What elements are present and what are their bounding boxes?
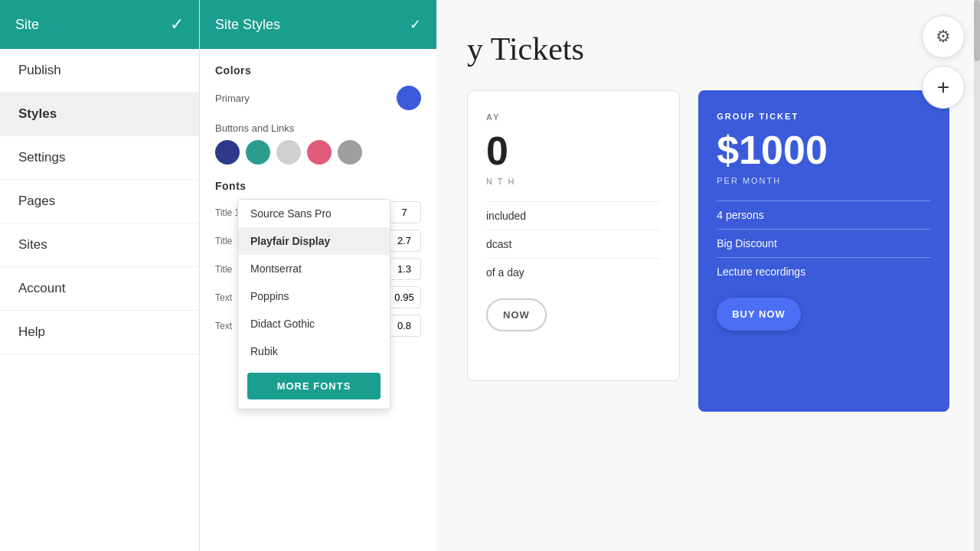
panel-header: Site Styles ✓ <box>200 0 436 49</box>
font-size-text1[interactable]: 0.95 <box>387 286 421 308</box>
buttons-links-label: Buttons and Links <box>215 122 421 134</box>
swatch-navy[interactable] <box>215 140 240 165</box>
sidebar-item-sites[interactable]: Sites <box>0 223 199 267</box>
primary-label: Primary <box>215 93 250 104</box>
swatch-teal[interactable] <box>246 140 270 165</box>
font-option-playfair-display[interactable]: Playfair Display <box>238 227 390 255</box>
color-swatches <box>215 140 421 165</box>
sidebar-item-account[interactable]: Account <box>0 267 199 311</box>
sidebar-item-pages[interactable]: Pages <box>0 180 199 223</box>
font-option-rubik[interactable]: Rubik <box>238 337 390 365</box>
ticket-day-feature-3: of a day <box>486 258 661 286</box>
font-size-title2[interactable]: 2.7 <box>387 230 421 252</box>
font-dropdown: Source Sans Pro Playfair Display Montser… <box>237 199 390 409</box>
ticket-card-day: AY 0 N T H included dcast of a day <box>467 90 680 381</box>
sidebar-item-publish[interactable]: Publish <box>0 49 199 93</box>
group-feature-2: Big Discount <box>717 229 931 257</box>
group-buy-button[interactable]: BUY NOW <box>717 298 801 331</box>
tickets-area: AY 0 N T H included dcast of a day <box>467 90 949 412</box>
sidebar-nav: Publish Styles Settings Pages Sites Acco… <box>0 49 199 354</box>
primary-color-row: Primary <box>215 86 421 110</box>
panel-title: Site Styles <box>215 17 280 33</box>
colors-section-title: Colors <box>215 64 421 77</box>
font-option-poppins[interactable]: Poppins <box>238 282 390 310</box>
sidebar-item-settings[interactable]: Settings <box>0 136 199 180</box>
group-feature-1: 4 persons <box>717 201 931 229</box>
ticket-day-features: included dcast of a day <box>486 201 661 286</box>
ticket-day-feature-2: dcast <box>486 230 661 258</box>
ticket-day-label: AY <box>486 112 661 122</box>
ticket-day-feature-1: included <box>486 201 661 230</box>
scrollbar[interactable] <box>974 0 980 551</box>
more-fonts-button[interactable]: MORE FONTS <box>247 373 381 399</box>
plus-button[interactable]: + <box>922 66 965 109</box>
font-size-text2[interactable]: 0.8 <box>387 315 421 337</box>
sidebar-header: Site ✓ <box>0 0 199 49</box>
swatch-light-gray[interactable] <box>276 140 301 165</box>
font-option-montserrat[interactable]: Montserrat <box>238 255 390 282</box>
group-ticket-price: $1000 <box>717 127 931 173</box>
main-content: y Tickets AY 0 N T H included <box>436 0 980 551</box>
font-option-didact-gothic[interactable]: Didact Gothic <box>238 310 390 337</box>
group-ticket-label: GROUP TICKET <box>717 112 931 121</box>
font-size-title1[interactable]: 7 <box>387 201 421 223</box>
swatch-pink[interactable] <box>307 140 332 165</box>
page-title: y Tickets <box>467 31 949 67</box>
group-ticket-per-month: PER MONTH <box>717 176 931 185</box>
sidebar-item-styles[interactable]: Styles <box>0 93 199 136</box>
group-feature-3: Lecture recordings <box>717 257 931 285</box>
panel-check-icon: ✓ <box>410 16 421 33</box>
ticket-day-buy-button[interactable]: NOW <box>486 298 547 331</box>
site-check-icon: ✓ <box>170 15 184 34</box>
scrollbar-thumb[interactable] <box>974 0 980 61</box>
gear-button[interactable]: ⚙ <box>922 15 965 58</box>
primary-color-swatch[interactable] <box>397 86 421 110</box>
gear-icon: ⚙ <box>936 27 951 47</box>
sidebar: Site ✓ Publish Styles Settings Pages Sit… <box>0 0 199 551</box>
font-size-title3[interactable]: 1.3 <box>387 258 421 280</box>
ticket-day-per-month: N T H <box>486 177 661 186</box>
page-content-area: y Tickets AY 0 N T H included <box>436 0 980 551</box>
sidebar-item-help[interactable]: Help <box>0 311 199 354</box>
ticket-day-price: 0 <box>486 128 661 174</box>
site-label: Site <box>15 17 39 33</box>
ticket-card-group: GROUP TICKET $1000 PER MONTH 4 persons B… <box>698 90 949 412</box>
fonts-section-title: Fonts <box>215 180 421 192</box>
font-option-source-sans-pro[interactable]: Source Sans Pro <box>238 200 390 227</box>
plus-icon: + <box>937 75 949 99</box>
swatch-gray[interactable] <box>338 140 362 165</box>
